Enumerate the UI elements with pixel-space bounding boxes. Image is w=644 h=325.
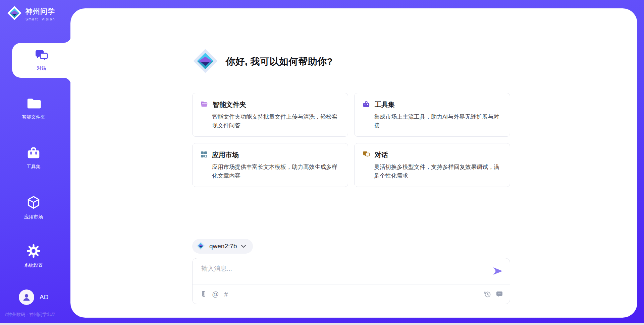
assistant-diamond-icon	[192, 48, 218, 75]
folder-icon	[26, 97, 41, 111]
toolbox-icon	[363, 101, 370, 109]
folder-open-icon	[201, 101, 208, 109]
sidebar: 神州问学 Smart Vision 对话 智能文件夹	[0, 0, 70, 325]
sidebar-item-toolset[interactable]: 工具集	[0, 146, 67, 170]
card-toolset[interactable]: 工具集 集成市场上主流工具，助力AI与外界无缝扩展与对接	[354, 93, 510, 137]
toolbox-icon	[26, 146, 41, 161]
model-name: qwen2:7b	[209, 243, 237, 250]
card-chat[interactable]: 对话 灵活切换多模型文件，支持多样回复效果调试，满足个性化需求	[354, 143, 510, 187]
mention-icon[interactable]: @	[212, 291, 219, 298]
history-icon[interactable]	[484, 290, 491, 298]
greeting-block: 你好, 我可以如何帮助你?	[192, 48, 333, 75]
brand-title: 神州问学	[25, 7, 55, 16]
sidebar-item-label: 系统设置	[24, 262, 43, 268]
window-bottom-edge	[0, 323, 644, 325]
card-description: 灵活切换多模型文件，支持多样回复效果调试，满足个性化需求	[374, 163, 502, 181]
brand-subtitle: Smart Vision	[25, 17, 55, 21]
model-diamond-icon	[196, 241, 205, 252]
chat-bubble-icon[interactable]	[496, 291, 503, 298]
card-description: 集成市场上主流工具，助力AI与外界无缝扩展与对接	[374, 113, 502, 130]
gear-icon	[26, 244, 41, 259]
sidebar-item-label: 对话	[37, 65, 46, 71]
avatar	[19, 289, 34, 305]
user-name: AD	[40, 294, 48, 301]
chevron-down-icon	[241, 243, 246, 249]
card-description: 应用市场提供丰富长文本模板，助力高效生成多样化文章内容	[212, 163, 340, 181]
sidebar-item-label: 智能文件夹	[22, 114, 45, 120]
suggestion-cards: 智能文件夹 智能文件夹功能支持批量文件上传与清洗，轻松实现文件问答 工具集	[192, 93, 510, 187]
sidebar-item-settings[interactable]: 系统设置	[0, 244, 67, 268]
card-smart-folder[interactable]: 智能文件夹 智能文件夹功能支持批量文件上传与清洗，轻松实现文件问答	[192, 93, 348, 137]
sidebar-item-label: 应用市场	[24, 214, 43, 220]
message-input[interactable]	[201, 264, 483, 283]
main-panel: 你好, 我可以如何帮助你? 智能文件夹 智能文件夹功能支持批量文件上传与清洗，轻…	[70, 8, 637, 318]
copyright-text: ©神州数码 · 神州问学出品	[5, 312, 55, 318]
brand-logo: 神州问学 Smart Vision	[7, 5, 55, 22]
user-account[interactable]: AD	[19, 289, 48, 305]
brand-diamond-icon	[7, 5, 22, 22]
sidebar-item-app-market[interactable]: 应用市场	[0, 195, 67, 220]
chat-bubbles-icon	[363, 151, 370, 159]
sidebar-item-smart-folder[interactable]: 智能文件夹	[0, 97, 67, 120]
card-app-market[interactable]: 应用市场 应用市场提供丰富长文本模板，助力高效生成多样化文章内容	[192, 143, 348, 187]
sidebar-item-label: 工具集	[26, 164, 41, 170]
hashtag-icon[interactable]: #	[224, 291, 228, 298]
model-selector[interactable]: qwen2:7b	[192, 239, 253, 254]
attachment-icon[interactable]	[201, 290, 207, 298]
chat-bubbles-icon	[35, 50, 48, 63]
card-title: 工具集	[375, 100, 395, 109]
cube-icon	[26, 195, 41, 211]
card-description: 智能文件夹功能支持批量文件上传与清洗，轻松实现文件问答	[212, 113, 340, 130]
send-icon[interactable]	[492, 266, 503, 276]
grid-icon	[201, 151, 207, 159]
message-composer: @ #	[192, 258, 510, 304]
greeting-title: 你好, 我可以如何帮助你?	[226, 55, 333, 68]
card-title: 智能文件夹	[213, 100, 246, 109]
card-title: 对话	[375, 150, 388, 159]
sidebar-item-chat[interactable]: 对话	[12, 43, 71, 78]
card-title: 应用市场	[212, 150, 239, 159]
